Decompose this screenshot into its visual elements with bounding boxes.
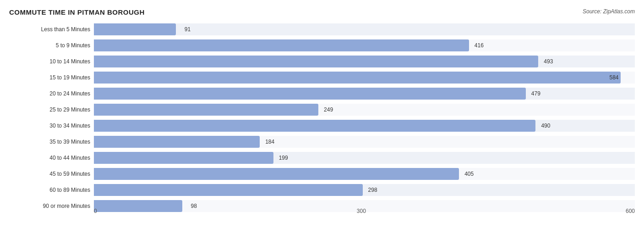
bar-value: 490 — [541, 123, 550, 129]
bar-row: 10 to 14 Minutes493 — [9, 54, 635, 69]
bar-fill: 184 — [94, 136, 260, 148]
bar-track: 490 — [94, 120, 635, 132]
bar-value: 493 — [544, 58, 553, 65]
bar-label: Less than 5 Minutes — [9, 26, 94, 33]
bar-label: 20 to 24 Minutes — [9, 90, 94, 97]
bar-row: 40 to 44 Minutes199 — [9, 150, 635, 165]
bar-fill: 493 — [94, 56, 538, 67]
bar-track: 584 — [94, 72, 635, 84]
bar-label: 45 to 59 Minutes — [9, 171, 94, 177]
chart-container: COMMUTE TIME IN PITMAN BOROUGH Source: Z… — [0, 0, 644, 240]
bar-fill: 298 — [94, 184, 363, 196]
bar-fill: 416 — [94, 39, 469, 51]
bar-label: 30 to 34 Minutes — [9, 123, 94, 129]
x-tick: 300 — [357, 208, 366, 214]
bar-row: 20 to 24 Minutes479 — [9, 86, 635, 101]
bar-label: 5 to 9 Minutes — [9, 42, 94, 49]
bar-label: 35 to 39 Minutes — [9, 139, 94, 145]
bar-track: 184 — [94, 136, 635, 148]
bar-row: 60 to 89 Minutes298 — [9, 182, 635, 197]
bar-fill: 199 — [94, 152, 273, 164]
bar-row: 15 to 19 Minutes584 — [9, 70, 635, 85]
bar-track: 91 — [94, 23, 635, 35]
bars-area: Less than 5 Minutes915 to 9 Minutes41610… — [9, 22, 635, 205]
bar-value: 405 — [464, 171, 474, 177]
bar-row: 30 to 34 Minutes490 — [9, 118, 635, 133]
x-tick: 0 — [94, 208, 97, 214]
bar-fill: 249 — [94, 104, 318, 116]
bar-track: 298 — [94, 184, 635, 196]
bar-fill: 490 — [94, 120, 535, 132]
bar-label: 15 to 19 Minutes — [9, 74, 94, 81]
bar-track: 249 — [94, 104, 635, 116]
chart-source: Source: ZipAtlas.com — [583, 8, 635, 15]
bar-row: Less than 5 Minutes91 — [9, 22, 635, 37]
bar-fill: 479 — [94, 88, 526, 100]
bar-label: 90 or more Minutes — [9, 203, 94, 209]
bar-track: 416 — [94, 39, 635, 51]
bar-fill: 405 — [94, 168, 459, 180]
bar-value: 479 — [531, 90, 540, 97]
bar-fill: 584 — [94, 72, 621, 84]
x-tick: 600 — [626, 208, 635, 214]
bar-value: 249 — [324, 106, 333, 113]
bar-label: 25 to 29 Minutes — [9, 106, 94, 113]
chart-header: COMMUTE TIME IN PITMAN BOROUGH Source: Z… — [9, 8, 635, 16]
bar-row: 45 to 59 Minutes405 — [9, 166, 635, 181]
x-axis: 0300600 — [9, 208, 635, 214]
bar-fill: 91 — [94, 23, 176, 35]
bar-value: 298 — [368, 187, 377, 193]
bar-value: 416 — [475, 42, 484, 49]
bar-track: 405 — [94, 168, 635, 180]
bar-track: 493 — [94, 56, 635, 67]
bar-value: 584 — [609, 74, 618, 81]
bar-row: 5 to 9 Minutes416 — [9, 38, 635, 53]
bar-track: 199 — [94, 152, 635, 164]
bar-row: 25 to 29 Minutes249 — [9, 102, 635, 117]
bar-label: 40 to 44 Minutes — [9, 155, 94, 161]
chart-title: COMMUTE TIME IN PITMAN BOROUGH — [9, 8, 145, 16]
bar-value: 199 — [279, 155, 288, 161]
bar-value: 91 — [185, 26, 191, 33]
bar-label: 10 to 14 Minutes — [9, 58, 94, 65]
bar-label: 60 to 89 Minutes — [9, 187, 94, 193]
bar-value: 184 — [265, 139, 274, 145]
bar-row: 35 to 39 Minutes184 — [9, 134, 635, 149]
bar-track: 479 — [94, 88, 635, 100]
